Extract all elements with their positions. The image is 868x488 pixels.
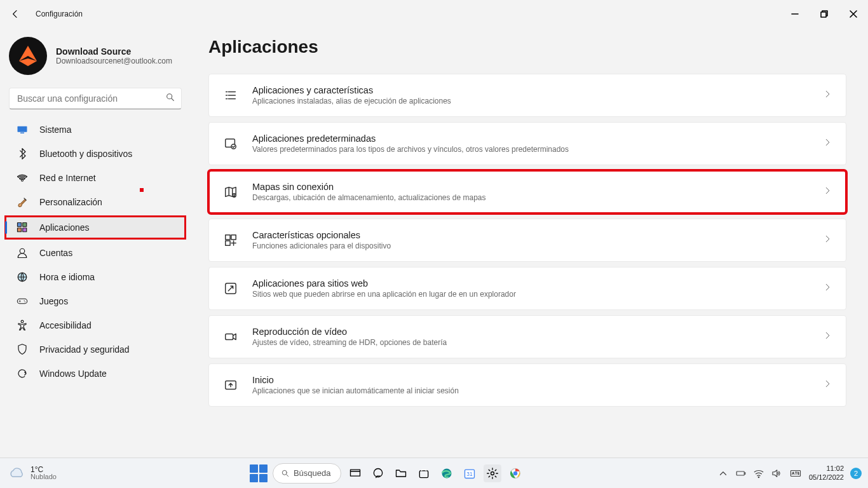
globe-icon (17, 271, 28, 283)
map-icon (223, 184, 238, 200)
svg-point-12 (24, 301, 25, 302)
features-plus-icon (223, 233, 238, 248)
sidebar-item-accesibilidad[interactable]: Accesibilidad (9, 314, 182, 337)
update-icon (17, 368, 28, 379)
video-icon (223, 329, 238, 344)
battery-icon[interactable] (735, 468, 747, 479)
sidebar-item-cuentas[interactable]: Cuentas (9, 241, 182, 264)
weather-desc: Nublado (31, 473, 57, 480)
sidebar-item-juegos[interactable]: Juegos (9, 290, 182, 313)
taskbar-search[interactable]: Búsqueda (273, 463, 341, 484)
monitor-icon (17, 124, 28, 135)
brush-icon (17, 196, 28, 208)
svg-rect-25 (350, 470, 360, 476)
calendar-icon[interactable]: 31 (461, 464, 478, 482)
svg-rect-19 (231, 235, 236, 240)
svg-rect-8 (23, 228, 27, 232)
card-subtitle: Aplicaciones instaladas, alias de ejecuc… (252, 97, 809, 105)
wifi-icon (17, 172, 28, 184)
card-reproducción-de-vídeo[interactable]: Reproducción de vídeoAjustes de vídeo, s… (208, 315, 846, 358)
task-view-icon[interactable] (346, 464, 364, 482)
sidebar-item-label: Bluetooth y dispositivos (39, 149, 132, 159)
sidebar-item-label: Sistema (39, 125, 72, 135)
chevron-right-icon (823, 90, 832, 101)
gamepad-icon (17, 295, 28, 307)
search-wrap (9, 88, 182, 109)
sidebar-item-aplicaciones[interactable]: Aplicaciones (5, 216, 186, 239)
card-title: Características opcionales (252, 230, 809, 240)
web-app-icon (223, 281, 238, 296)
svg-rect-4 (20, 133, 24, 134)
profile-block[interactable]: Download Source Downloadsourcenet@outloo… (5, 33, 186, 84)
accessibility-icon (17, 320, 28, 331)
sidebar-item-privacidad-y-seguridad[interactable]: Privacidad y seguridad (9, 338, 182, 361)
person-icon (17, 247, 28, 259)
search-icon (165, 92, 175, 105)
card-title: Reproducción de vídeo (252, 327, 809, 337)
tray-chevron-up-icon[interactable] (717, 468, 729, 479)
sidebar-item-label: Juegos (39, 296, 68, 306)
edge-icon[interactable] (438, 464, 456, 482)
time: 11:02 (809, 464, 844, 473)
card-características-opcionales[interactable]: Características opcionalesFunciones adic… (208, 219, 846, 262)
sidebar-item-red-e-internet[interactable]: Red e Internet (9, 166, 182, 189)
chat-icon[interactable] (369, 464, 387, 482)
svg-point-36 (758, 477, 759, 478)
date: 05/12/2022 (809, 473, 844, 482)
svg-point-2 (167, 94, 172, 99)
profile-name: Download Source (56, 46, 172, 57)
sidebar: Download Source Downloadsourcenet@outloo… (0, 28, 191, 458)
sidebar-item-label: Cuentas (39, 248, 72, 258)
page-title: Aplicaciones (208, 37, 850, 57)
card-aplicaciones-predeterminadas[interactable]: Aplicaciones predeterminadasValores pred… (208, 122, 846, 165)
list-icon (223, 88, 238, 103)
bluetooth-icon (17, 148, 28, 159)
clock[interactable]: 11:02 05/12/2022 (809, 464, 844, 481)
chevron-right-icon (823, 331, 832, 342)
svg-rect-6 (23, 223, 27, 227)
start-button[interactable] (250, 464, 268, 482)
card-aplicaciones-y-características[interactable]: Aplicaciones y característicasAplicacion… (208, 74, 846, 117)
svg-rect-22 (226, 334, 233, 339)
card-inicio[interactable]: InicioAplicaciones que se inician automá… (208, 363, 846, 407)
volume-icon[interactable] (771, 468, 782, 479)
chevron-right-icon (823, 138, 832, 149)
back-button[interactable] (9, 8, 22, 20)
default-apps-icon (223, 136, 238, 151)
store-icon[interactable] (415, 464, 433, 482)
sidebar-item-sistema[interactable]: Sistema (9, 118, 182, 141)
card-subtitle: Descargas, ubicación de almacenamiento, … (252, 193, 809, 202)
sidebar-item-windows-update[interactable]: Windows Update (9, 362, 182, 385)
svg-point-13 (25, 302, 26, 303)
search-input[interactable] (9, 88, 182, 109)
sidebar-item-bluetooth-y-dispositivos[interactable]: Bluetooth y dispositivos (9, 142, 182, 165)
chevron-right-icon (823, 379, 832, 391)
sidebar-item-label: Aplicaciones (39, 222, 90, 233)
svg-rect-35 (736, 471, 744, 475)
avatar (9, 37, 47, 75)
settings-taskbar-icon[interactable] (484, 464, 501, 482)
maximize-button[interactable] (810, 0, 839, 28)
sidebar-item-personalización[interactable]: Personalización (9, 191, 182, 214)
minimize-button[interactable] (780, 0, 810, 28)
language-icon[interactable] (789, 468, 803, 479)
notifications-badge[interactable]: 2 (850, 468, 862, 479)
svg-rect-3 (18, 126, 27, 132)
chevron-right-icon (823, 234, 832, 246)
card-title: Aplicaciones predeterminadas (252, 133, 809, 144)
card-mapas-sin-conexión[interactable]: Mapas sin conexiónDescargas, ubicación d… (208, 170, 846, 214)
card-subtitle: Aplicaciones que se inician automáticame… (252, 386, 809, 395)
weather-widget[interactable]: 1°C Nublado (0, 466, 57, 480)
svg-rect-7 (18, 228, 22, 232)
svg-point-14 (21, 320, 24, 323)
taskbar: 1°C Nublado Búsqueda 31 11:02 05/12/2022… (0, 458, 868, 488)
file-explorer-icon[interactable] (392, 464, 410, 482)
close-button[interactable] (839, 0, 868, 28)
svg-point-9 (20, 248, 25, 254)
apps-icon (17, 222, 28, 233)
chrome-icon[interactable] (506, 464, 524, 482)
sidebar-item-hora-e-idioma[interactable]: Hora e idioma (9, 266, 182, 288)
card-aplicaciones-para-sitios-web[interactable]: Aplicaciones para sitios webSitios web q… (208, 267, 846, 310)
card-title: Inicio (252, 375, 809, 385)
wifi-tray-icon[interactable] (753, 468, 764, 479)
